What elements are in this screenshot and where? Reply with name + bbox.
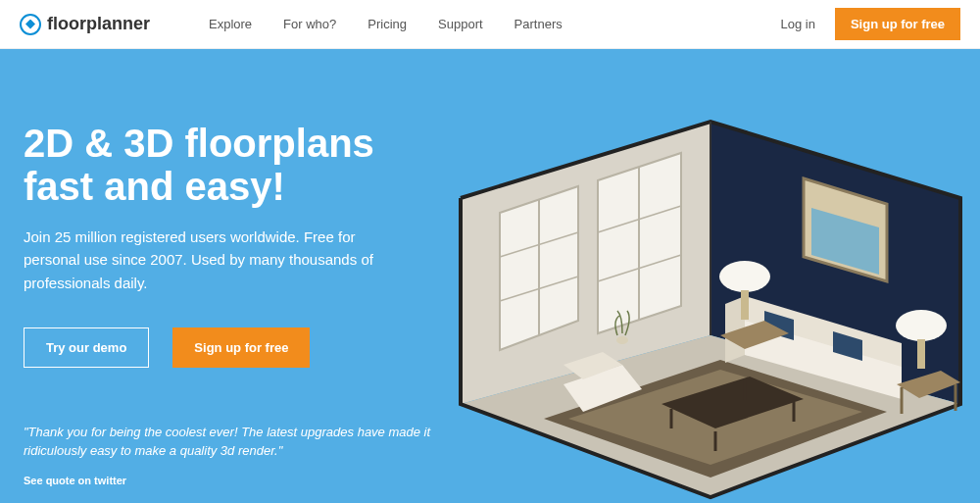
svg-rect-28 — [741, 290, 749, 320]
nav-explore[interactable]: Explore — [209, 17, 252, 31]
nav-right: Log in Sign up for free — [781, 8, 960, 40]
nav-support[interactable]: Support — [438, 17, 483, 31]
signup-button-hero[interactable]: Sign up for free — [172, 327, 310, 368]
svg-point-30 — [896, 310, 947, 341]
floorplanner-icon — [20, 14, 41, 35]
hero-title: 2D & 3D floorplans fast and easy! — [24, 122, 441, 208]
quote-twitter-link[interactable]: See quote on twitter — [24, 475, 126, 486]
hero-title-line2: fast and easy! — [24, 165, 285, 208]
navbar: floorplanner Explore For who? Pricing Su… — [0, 0, 980, 49]
hero-buttons: Try our demo Sign up for free — [24, 327, 441, 368]
signup-button-top[interactable]: Sign up for free — [835, 8, 960, 40]
svg-rect-31 — [917, 339, 925, 369]
nav-for-who[interactable]: For who? — [283, 17, 336, 31]
room-3d-render — [451, 110, 970, 502]
nav-partners[interactable]: Partners — [514, 17, 563, 31]
logo-text: floorplanner — [47, 14, 150, 34]
hero-title-line1: 2D & 3D floorplans — [24, 122, 374, 165]
hero: 2D & 3D floorplans fast and easy! Join 2… — [0, 49, 980, 503]
testimonial-quote: "Thank you for being the coolest ever! T… — [24, 423, 435, 461]
hero-subtitle: Join 25 million registered users worldwi… — [24, 226, 396, 294]
room-illustration-icon — [451, 110, 970, 502]
logo[interactable]: floorplanner — [20, 14, 150, 35]
try-demo-button[interactable]: Try our demo — [24, 327, 149, 368]
nav-pricing[interactable]: Pricing — [368, 17, 407, 31]
nav-links: Explore For who? Pricing Support Partner… — [209, 17, 563, 31]
hero-content: 2D & 3D floorplans fast and easy! Join 2… — [0, 49, 441, 503]
login-link[interactable]: Log in — [781, 17, 815, 31]
svg-point-27 — [719, 261, 770, 292]
svg-point-35 — [616, 336, 628, 344]
